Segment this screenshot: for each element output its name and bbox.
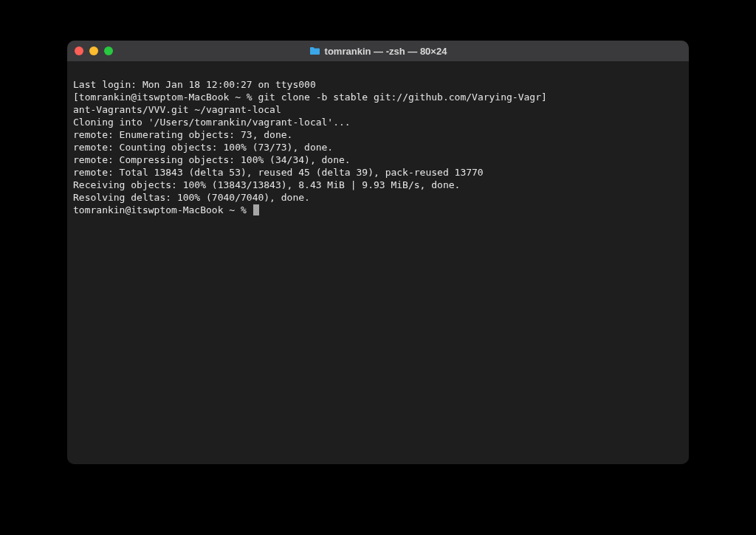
terminal-line: remote: Compressing objects: 100% (34/34… bbox=[73, 153, 683, 166]
terminal-line: remote: Total 13843 (delta 53), reused 4… bbox=[73, 166, 683, 179]
terminal-body[interactable]: Last login: Mon Jan 18 12:00:27 on ttys0… bbox=[67, 61, 689, 464]
prompt-bracket-open: [ bbox=[73, 92, 79, 103]
cursor-icon bbox=[253, 204, 259, 215]
traffic-lights bbox=[75, 46, 113, 55]
terminal-window: tomrankin — -zsh — 80×24 Last login: Mon… bbox=[67, 41, 689, 464]
prompt-host: tomrankin@itswptom-MacBook ~ % bbox=[79, 92, 258, 103]
terminal-prompt-line: [tomrankin@itswptom-MacBook ~ % git clon… bbox=[73, 91, 683, 103]
window-title: tomrankin — -zsh — 80×24 bbox=[67, 46, 689, 57]
terminal-line: Resolving deltas: 100% (7040/7040), done… bbox=[73, 191, 683, 204]
terminal-line: Receiving objects: 100% (13843/13843), 8… bbox=[73, 179, 683, 191]
prompt-host: tomrankin@itswptom-MacBook ~ % bbox=[73, 204, 252, 215]
prompt-bracket-close: ] bbox=[541, 92, 547, 103]
title-bar[interactable]: tomrankin — -zsh — 80×24 bbox=[67, 41, 689, 61]
terminal-line: remote: Enumerating objects: 73, done. bbox=[73, 128, 683, 141]
maximize-icon[interactable] bbox=[104, 46, 113, 55]
close-icon[interactable] bbox=[75, 46, 83, 55]
minimize-icon[interactable] bbox=[89, 46, 98, 55]
terminal-prompt-line: tomrankin@itswptom-MacBook ~ % bbox=[73, 204, 683, 216]
prompt-command: git clone -b stable git://github.com/Var… bbox=[258, 92, 541, 103]
terminal-line: Last login: Mon Jan 18 12:00:27 on ttys0… bbox=[73, 78, 683, 91]
folder-icon bbox=[309, 46, 320, 55]
terminal-prompt-continuation: ant-Vagrants/VVV.git ~/vagrant-local bbox=[73, 103, 683, 116]
terminal-line: remote: Counting objects: 100% (73/73), … bbox=[73, 141, 683, 153]
window-title-text: tomrankin — -zsh — 80×24 bbox=[325, 46, 447, 57]
terminal-line: Cloning into '/Users/tomrankin/vagrant-l… bbox=[73, 116, 683, 128]
